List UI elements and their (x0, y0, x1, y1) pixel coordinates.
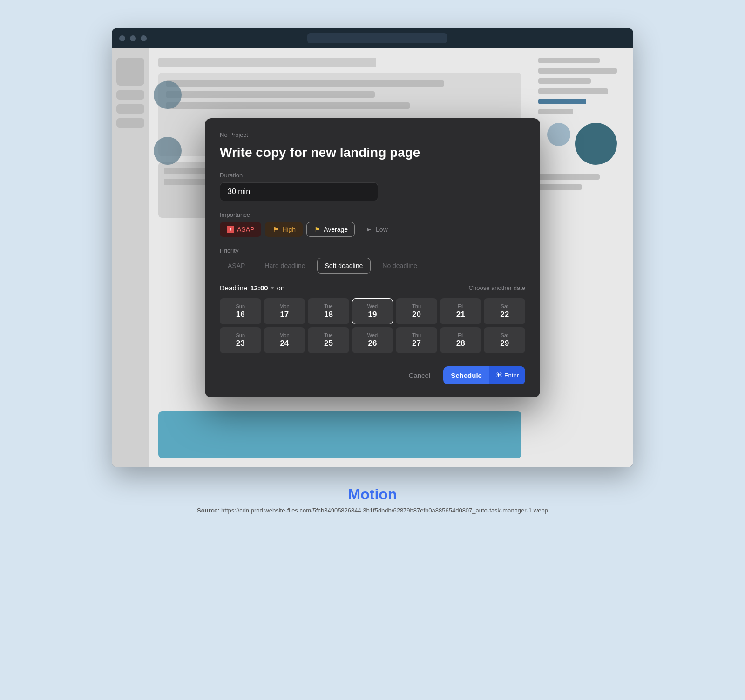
cal-cell-thu-20[interactable]: Thu 20 (396, 298, 437, 324)
browser-addressbar (151, 33, 603, 43)
duration-label: Duration (220, 172, 525, 179)
importance-buttons: ! ASAP ⚑ High ⚑ Average (220, 222, 525, 237)
browser-content: No Project Write copy for new landing pa… (112, 48, 633, 467)
importance-label: Importance (220, 211, 525, 218)
average-icon: ⚑ (313, 226, 321, 233)
cal-day-wed-19: Wed (367, 303, 378, 309)
cal-date-tue-25: 25 (324, 339, 333, 348)
priority-asap-button[interactable]: ASAP (220, 258, 253, 274)
browser-frame: No Project Write copy for new landing pa… (112, 28, 633, 467)
deadline-left: Deadline 12:00 on (220, 284, 284, 292)
cal-cell-tue-18[interactable]: Tue 18 (308, 298, 349, 324)
schedule-button-label: Schedule (443, 366, 489, 384)
time-chevron-icon (271, 287, 274, 289)
cancel-button[interactable]: Cancel (401, 367, 438, 384)
cal-date-wed-26: 26 (368, 339, 377, 348)
importance-section: Importance ! ASAP ⚑ High (220, 211, 525, 237)
cal-cell-fri-21[interactable]: Fri 21 (440, 298, 481, 324)
modal-footer: Cancel Schedule ⌘ Enter (220, 366, 525, 384)
cal-date-sat-22: 22 (500, 310, 509, 319)
importance-low-label: Low (376, 226, 388, 233)
deadline-on-text: on (277, 284, 285, 292)
duration-value: 30 min (228, 188, 250, 196)
priority-label: Priority (220, 247, 525, 254)
cal-cell-mon-24[interactable]: Mon 24 (264, 327, 305, 353)
cal-date-tue-18: 18 (324, 310, 333, 319)
browser-titlebar (112, 28, 633, 48)
browser-url-bar (307, 33, 447, 43)
cal-day-mon-24: Mon (279, 332, 289, 338)
schedule-button[interactable]: Schedule ⌘ Enter (443, 366, 525, 384)
cal-date-fri-28: 28 (456, 339, 465, 348)
cal-date-mon-24: 24 (280, 339, 289, 348)
cal-cell-sat-29[interactable]: Sat 29 (484, 327, 525, 353)
priority-soft-button[interactable]: Soft deadline (317, 258, 371, 274)
cal-day-thu-27: Thu (412, 332, 421, 338)
browser-max-btn[interactable] (141, 35, 147, 41)
modal-overlay: No Project Write copy for new landing pa… (112, 48, 633, 467)
priority-section: Priority ASAP Hard deadline Soft deadlin… (220, 247, 525, 274)
cal-date-sat-29: 29 (500, 339, 509, 348)
cal-day-sat-29: Sat (501, 332, 508, 338)
importance-average-label: Average (324, 226, 348, 233)
cal-cell-thu-27[interactable]: Thu 27 (396, 327, 437, 353)
cal-day-fri-21: Fri (458, 303, 464, 309)
deadline-time-dropdown[interactable]: 12:00 (250, 284, 274, 292)
cal-day-tue-18: Tue (324, 303, 333, 309)
priority-hard-button[interactable]: Hard deadline (257, 258, 313, 274)
cal-cell-sun-23[interactable]: Sun 23 (220, 327, 261, 353)
low-icon: ▶ (366, 226, 373, 233)
high-icon: ⚑ (272, 226, 279, 233)
deadline-label: Deadline (220, 284, 247, 292)
cal-cell-wed-26[interactable]: Wed 26 (352, 327, 393, 353)
cal-cell-tue-25[interactable]: Tue 25 (308, 327, 349, 353)
deadline-row: Deadline 12:00 on Choose another date (220, 284, 525, 292)
duration-input[interactable]: 30 min (220, 182, 378, 201)
choose-another-date-link[interactable]: Choose another date (469, 284, 525, 291)
cal-cell-sun-16[interactable]: Sun 16 (220, 298, 261, 324)
cal-day-sat-22: Sat (501, 303, 508, 309)
cal-cell-mon-17[interactable]: Mon 17 (264, 298, 305, 324)
source-url: https://cdn.prod.website-files.com/5fcb3… (221, 507, 548, 514)
schedule-shortcut: ⌘ Enter (489, 366, 525, 384)
importance-asap-label: ASAP (237, 226, 254, 233)
cal-day-thu-20: Thu (412, 303, 421, 309)
cal-cell-wed-19[interactable]: Wed 19 (352, 298, 393, 324)
importance-low-button[interactable]: ▶ Low (359, 222, 395, 237)
cal-day-sun-16: Sun (236, 303, 245, 309)
source-label: Source: (197, 507, 219, 514)
page-footer: Motion Source: https://cdn.prod.website-… (197, 486, 548, 532)
enter-label: Enter (504, 372, 519, 379)
modal-title: Write copy for new landing page (220, 145, 525, 161)
importance-average-button[interactable]: ⚑ Average (306, 222, 355, 237)
cal-date-thu-20: 20 (412, 310, 421, 319)
brand-name: Motion (197, 486, 548, 503)
importance-high-label: High (282, 226, 296, 233)
cal-date-sun-23: 23 (236, 339, 245, 348)
cal-date-wed-19: 19 (368, 310, 377, 319)
importance-high-button[interactable]: ⚑ High (265, 222, 303, 237)
cal-day-fri-28: Fri (458, 332, 464, 338)
cal-day-sun-23: Sun (236, 332, 245, 338)
browser-close-btn[interactable] (119, 35, 125, 41)
cal-date-sun-16: 16 (236, 310, 245, 319)
cal-date-thu-27: 27 (412, 339, 421, 348)
cal-date-mon-17: 17 (280, 310, 289, 319)
source-line: Source: https://cdn.prod.website-files.c… (197, 507, 548, 514)
priority-buttons: ASAP Hard deadline Soft deadline No dead… (220, 258, 525, 274)
cal-day-wed-26: Wed (367, 332, 378, 338)
asap-icon: ! (227, 226, 234, 233)
cal-cell-fri-28[interactable]: Fri 28 (440, 327, 481, 353)
cal-cell-sat-22[interactable]: Sat 22 (484, 298, 525, 324)
modal-project-label: No Project (220, 131, 525, 138)
importance-asap-button[interactable]: ! ASAP (220, 222, 261, 237)
calendar-grid: Sun 16 Mon 17 Tue 18 Wed 19 (220, 298, 525, 353)
browser-min-btn[interactable] (130, 35, 136, 41)
cmd-icon: ⌘ (496, 371, 502, 379)
cal-date-fri-21: 21 (456, 310, 465, 319)
cal-day-mon-17: Mon (279, 303, 289, 309)
priority-none-button[interactable]: No deadline (374, 258, 425, 274)
cal-day-tue-25: Tue (324, 332, 333, 338)
deadline-time-value: 12:00 (250, 284, 268, 292)
modal-dialog: No Project Write copy for new landing pa… (205, 118, 540, 397)
